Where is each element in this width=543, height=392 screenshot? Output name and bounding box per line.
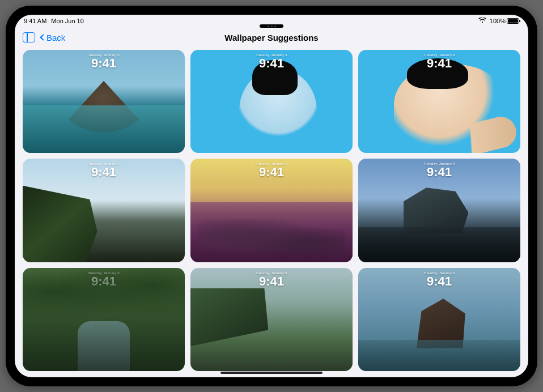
suggestions-scroll[interactable]: Tuesday, January 99:41Tuesday, January 9… [15,48,528,377]
lockscreen-date: Tuesday, January 9 [23,162,185,165]
lockscreen-time: 9:41 [190,166,353,178]
wallpaper-tile[interactable]: Tuesday, January 99:41 [23,50,185,153]
lockscreen-date: Tuesday, January 9 [358,162,520,165]
wallpaper-tile[interactable]: Tuesday, January 99:41 [190,159,353,262]
lockscreen-date: Tuesday, January 9 [358,271,520,275]
wallpaper-tile[interactable]: Tuesday, January 99:41 [358,50,520,153]
home-indicator[interactable] [220,372,323,374]
ipad-frame: 9:41 AM Mon Jun 10 100% [6,6,537,386]
sidebar-toggle-icon[interactable] [23,32,35,42]
status-date: Mon Jun 10 [51,18,83,24]
status-time: 9:41 AM [24,18,46,24]
wallpaper-grid: Tuesday, January 99:41Tuesday, January 9… [23,50,520,371]
wifi-icon [478,18,486,24]
lockscreen-time: 9:41 [23,166,185,178]
chevron-left-icon [40,34,46,40]
page-title: Wallpaper Suggestions [15,33,528,42]
lockscreen-time: 9:41 [23,57,185,70]
wallpaper-tile[interactable]: Tuesday, January 99:41 [358,159,520,262]
wallpaper-tile[interactable]: Tuesday, January 99:41 [23,268,185,371]
lockscreen-date: Tuesday, January 9 [190,271,353,275]
wallpaper-tile[interactable]: Tuesday, January 99:41 [358,268,520,371]
lockscreen-date: Tuesday, January 9 [23,53,185,57]
wallpaper-tile[interactable]: Tuesday, January 99:41 [190,50,353,153]
screen: 9:41 AM Mon Jun 10 100% [15,15,528,377]
lockscreen-overlay: Tuesday, January 99:41 [23,53,185,70]
back-label: Back [46,33,65,42]
lockscreen-overlay: Tuesday, January 99:41 [190,162,353,178]
lockscreen-date: Tuesday, January 9 [190,53,353,57]
battery-percent: 100% [490,18,506,24]
lockscreen-overlay: Tuesday, January 99:41 [358,162,520,178]
lockscreen-overlay: Tuesday, January 99:41 [23,162,185,178]
lockscreen-time: 9:41 [358,275,520,288]
wallpaper-tile[interactable]: Tuesday, January 99:41 [190,268,353,371]
lockscreen-date: Tuesday, January 9 [190,162,353,165]
status-bar: 9:41 AM Mon Jun 10 100% [15,15,528,27]
wallpaper-tile[interactable]: Tuesday, January 99:41 [23,159,185,262]
nav-bar: Back Wallpaper Suggestions [15,27,528,48]
lockscreen-time: 9:41 [358,166,520,178]
back-button[interactable]: Back [41,33,65,42]
lockscreen-time: 9:41 [23,275,185,288]
battery-indicator: 100% [490,18,519,24]
lockscreen-time: 9:41 [190,275,353,288]
lockscreen-overlay: Tuesday, January 99:41 [23,271,185,288]
lockscreen-date: Tuesday, January 9 [23,271,185,275]
lockscreen-overlay: Tuesday, January 99:41 [358,271,520,288]
lockscreen-date: Tuesday, January 9 [358,53,520,57]
lockscreen-overlay: Tuesday, January 99:41 [190,271,353,288]
